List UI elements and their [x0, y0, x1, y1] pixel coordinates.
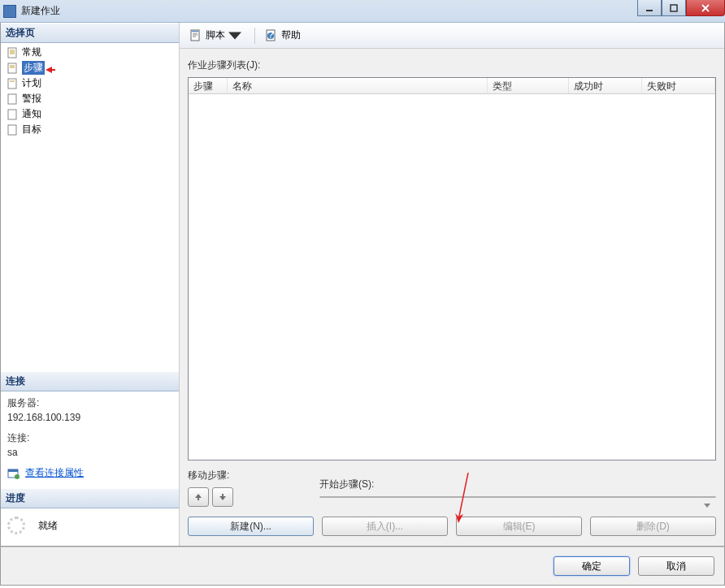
connection-header: 连接 — [1, 371, 179, 391]
content: 选择页 常规 步骤 计划 警报 通知 — [0, 23, 725, 547]
col-name[interactable]: 名称 — [228, 78, 488, 93]
server-label: 服务器: — [7, 396, 172, 410]
sidebar: 选择页 常规 步骤 计划 警报 通知 — [1, 23, 180, 546]
col-fail[interactable]: 失败时 — [642, 78, 715, 93]
page-icon — [6, 62, 19, 75]
svg-rect-4 — [8, 48, 16, 58]
dropdown-arrow-icon — [228, 29, 241, 42]
svg-rect-11 — [8, 79, 16, 89]
move-up-button[interactable] — [188, 487, 209, 507]
col-success[interactable]: 成功时 — [569, 78, 642, 93]
col-step[interactable]: 步骤 — [189, 78, 228, 93]
delete-button[interactable]: 删除(D) — [590, 517, 716, 536]
nav-item-notify[interactable]: 通知 — [1, 106, 179, 122]
connection-value: sa — [7, 447, 172, 458]
page-icon — [6, 123, 19, 136]
svg-rect-13 — [8, 94, 16, 104]
nav-list: 常规 步骤 计划 警报 通知 目标 — [1, 43, 179, 139]
separator — [254, 28, 255, 44]
col-type[interactable]: 类型 — [488, 78, 569, 93]
nav-label: 警报 — [22, 92, 41, 106]
view-props-link[interactable]: 查看连接属性 — [25, 466, 84, 480]
page-icon — [6, 46, 19, 59]
svg-rect-17 — [8, 469, 18, 472]
progress-status: 就绪 — [38, 519, 58, 533]
nav-item-general[interactable]: 常规 — [1, 45, 179, 60]
nav-item-alerts[interactable]: 警报 — [1, 91, 179, 106]
arrow-down-icon — [219, 493, 227, 501]
help-icon: ? — [265, 29, 278, 42]
nav-label: 计划 — [22, 76, 41, 90]
start-step-select[interactable] — [319, 496, 716, 498]
server-value: 192.168.100.139 — [7, 412, 172, 423]
footer: 确定 取消 — [0, 547, 725, 586]
cancel-button[interactable]: 取消 — [638, 556, 714, 576]
nav-label: 通知 — [22, 107, 41, 121]
ok-button[interactable]: 确定 — [554, 556, 630, 576]
svg-rect-1 — [671, 5, 677, 11]
nav-item-steps[interactable]: 步骤 — [1, 60, 179, 76]
svg-point-18 — [15, 474, 20, 479]
page-icon — [6, 77, 19, 90]
svg-rect-14 — [8, 110, 16, 119]
svg-rect-8 — [8, 63, 16, 73]
nav-label: 常规 — [22, 45, 41, 59]
progress-section: 就绪 — [1, 508, 179, 546]
properties-icon — [7, 467, 20, 480]
spinner-icon — [7, 517, 25, 534]
minimize-button[interactable] — [637, 0, 662, 16]
help-label: 帮助 — [281, 28, 301, 42]
nav-label: 目标 — [22, 123, 41, 136]
nav-label: 步骤 — [22, 61, 45, 75]
view-connection-properties[interactable]: 查看连接属性 — [7, 466, 172, 480]
page-icon — [6, 108, 19, 121]
nav-item-schedule[interactable]: 计划 — [1, 76, 179, 91]
help-button[interactable]: ? 帮助 — [262, 27, 304, 44]
move-row: 移动步骤: 开始步骤(S): — [188, 469, 716, 507]
script-icon — [189, 29, 202, 42]
start-step-label: 开始步骤(S): — [319, 478, 716, 491]
script-button[interactable]: 脚本 — [186, 27, 248, 44]
connection-section: 服务器: 192.168.100.139 连接: sa 查看连接属性 — [1, 391, 179, 488]
close-button[interactable] — [686, 0, 725, 16]
page-icon — [6, 93, 19, 106]
titlebar: 新建作业 — [0, 0, 725, 23]
steps-list-label: 作业步骤列表(J): — [188, 58, 716, 72]
move-down-button[interactable] — [212, 487, 233, 507]
steps-grid[interactable]: 步骤 名称 类型 成功时 失败时 — [188, 77, 716, 460]
select-page-header: 选择页 — [1, 23, 179, 43]
window-controls — [637, 0, 725, 16]
insert-button[interactable]: 插入(I)... — [322, 517, 448, 536]
grid-header: 步骤 名称 类型 成功时 失败时 — [189, 78, 715, 94]
nav-item-targets[interactable]: 目标 — [1, 122, 179, 137]
maximize-button[interactable] — [662, 0, 686, 16]
connection-label: 连接: — [7, 431, 172, 445]
new-button[interactable]: 新建(N)... — [188, 517, 314, 536]
toolbar: 脚本 ? 帮助 — [180, 23, 724, 49]
main: 脚本 ? 帮助 作业步骤列表(J): 步骤 名称 类型 成功时 失败时 — [180, 23, 724, 546]
window-title: 新建作业 — [21, 4, 60, 18]
edit-button[interactable]: 编辑(E) — [456, 517, 582, 536]
arrow-up-icon — [194, 493, 202, 501]
main-body: 作业步骤列表(J): 步骤 名称 类型 成功时 失败时 移动步骤: — [180, 49, 724, 546]
red-marker-arrow-icon — [46, 65, 55, 76]
move-label: 移动步骤: — [188, 469, 302, 482]
script-label: 脚本 — [206, 28, 225, 42]
svg-rect-15 — [8, 125, 16, 135]
progress-header: 进度 — [1, 488, 179, 508]
app-icon — [3, 5, 16, 18]
action-row: 新建(N)... 插入(I)... 编辑(E) 删除(D) — [188, 517, 716, 536]
svg-text:?: ? — [268, 29, 274, 41]
